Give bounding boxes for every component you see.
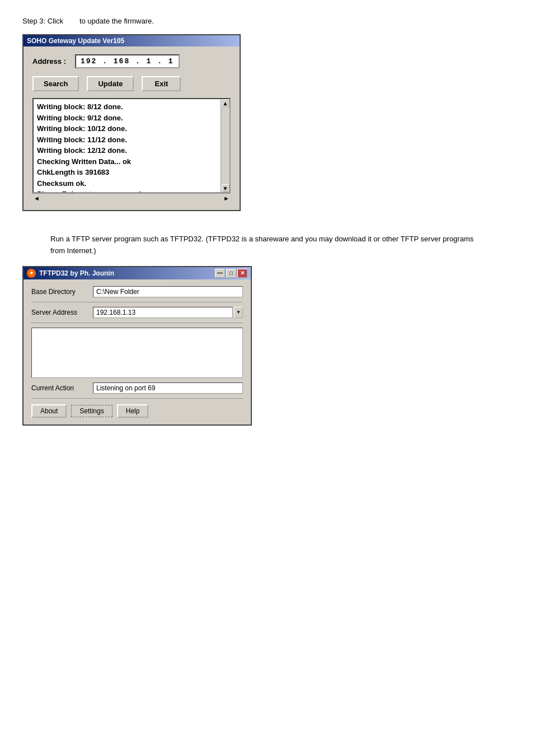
tftp-titlebar: ✦ TFTPD32 by Ph. Jounin — □ ✕ [24, 267, 251, 279]
soho-address-row: Address : 192 . 168 . 1 . 1 [32, 54, 231, 68]
soho-log-line: Checking Written Data... ok [37, 156, 216, 167]
tftp-close-button[interactable]: ✕ [237, 269, 247, 278]
soho-titlebar: SOHO Geteway Update Ver105 [24, 35, 240, 46]
soho-log-inner: Writing block: 8/12 done.Writing block: … [37, 101, 226, 193]
tftp-server-addr-with-arrow: 192.168.1.13 ▼ [93, 307, 243, 318]
soho-title: SOHO Geteway Update Ver105 [27, 37, 124, 45]
tftp-bottom-buttons: About Settings Help [31, 404, 243, 418]
tftp-server-addr-row: Server Address 192.168.1.13 ▼ [31, 307, 243, 323]
tftp-about-button[interactable]: About [31, 404, 67, 418]
tftp-title-buttons: — □ ✕ [215, 269, 247, 278]
tftp-app-icon: ✦ [27, 269, 36, 278]
tftp-settings-button[interactable]: Settings [71, 405, 112, 417]
tftp-minimize-button[interactable]: — [215, 269, 225, 278]
soho-address-label: Address : [32, 57, 72, 66]
tftp-log-area [31, 328, 243, 378]
tftp-server-addr-dropdown[interactable]: ▼ [234, 307, 243, 318]
soho-window: SOHO Geteway Update Ver105 Address : 192… [22, 34, 241, 211]
soho-log-line: Writing block: 10/12 done. [37, 123, 216, 134]
tftp-base-dir-row: Base Directory C:\New Folder [31, 286, 243, 302]
soho-log-line: Writing block: 11/12 done. [37, 134, 216, 146]
step-text: Step 3: Click to update the firmware. [22, 17, 512, 25]
tftp-base-dir-value[interactable]: C:\New Folder [93, 286, 243, 297]
tftp-title-left: ✦ TFTPD32 by Ph. Jounin [27, 269, 114, 278]
soho-exit-button[interactable]: Exit [142, 76, 181, 91]
soho-buttons: Search Update Exit [32, 76, 231, 91]
soho-log-line: ChkLength is 391683 [37, 167, 216, 178]
tftp-server-addr-label: Server Address [31, 309, 93, 316]
tftp-base-dir-label: Base Directory [31, 288, 93, 296]
tftp-current-action-label: Current Action [31, 384, 93, 392]
soho-scrollbar[interactable]: ▲ ▼ [221, 99, 229, 192]
para-text: Run a TFTP server program such as TFTPD3… [50, 234, 476, 257]
soho-log-line: Writing block: 12/12 done. [37, 145, 216, 156]
tftp-restore-button[interactable]: □ [226, 269, 236, 278]
soho-log-line: Writing block: 9/12 done. [37, 113, 216, 124]
soho-address-box[interactable]: 192 . 168 . 1 . 1 [75, 54, 180, 68]
tftp-current-action-row: Current Action Listening on port 69 [31, 382, 243, 399]
tftp-help-button[interactable]: Help [117, 404, 149, 418]
soho-update-button[interactable]: Update [87, 76, 134, 91]
soho-log-line: Please Reboot to run new code. [37, 189, 216, 193]
soho-log-line: Checksum ok. [37, 178, 216, 189]
soho-log-line: Writing block: 8/12 done. [37, 101, 216, 113]
tftp-server-addr-value[interactable]: 192.168.1.13 [93, 307, 233, 318]
soho-log: Writing block: 8/12 done.Writing block: … [32, 98, 231, 193]
tftp-window: ✦ TFTPD32 by Ph. Jounin — □ ✕ Base Direc… [22, 266, 252, 426]
tftp-title-text: TFTPD32 by Ph. Jounin [39, 269, 114, 277]
soho-horiz-bar: ◄ ► [32, 193, 231, 202]
soho-search-button[interactable]: Search [32, 76, 79, 91]
tftp-current-action-value: Listening on port 69 [93, 382, 243, 394]
